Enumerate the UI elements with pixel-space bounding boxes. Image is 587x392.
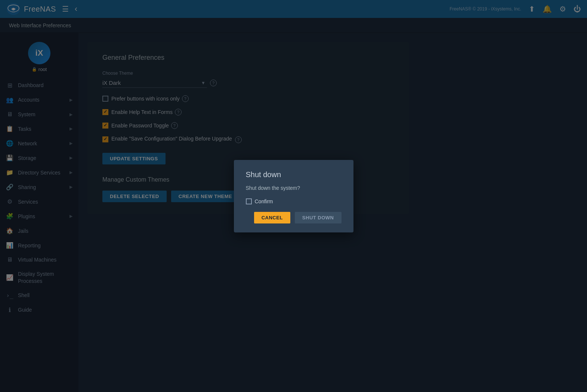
cancel-button[interactable]: CANCEL [254, 212, 290, 223]
shutdown-dialog: Shut down Shut down the system? Confirm … [234, 160, 353, 232]
confirm-label: Confirm [255, 198, 273, 204]
confirm-checkbox[interactable] [246, 198, 252, 204]
modal-actions: CANCEL SHUT DOWN [246, 212, 342, 223]
modal-confirm-row: Confirm [246, 198, 342, 204]
shutdown-button[interactable]: SHUT DOWN [295, 212, 342, 223]
modal-overlay: Shut down Shut down the system? Confirm … [0, 0, 587, 392]
modal-title: Shut down [246, 170, 342, 179]
modal-body: Shut down the system? [246, 185, 342, 191]
